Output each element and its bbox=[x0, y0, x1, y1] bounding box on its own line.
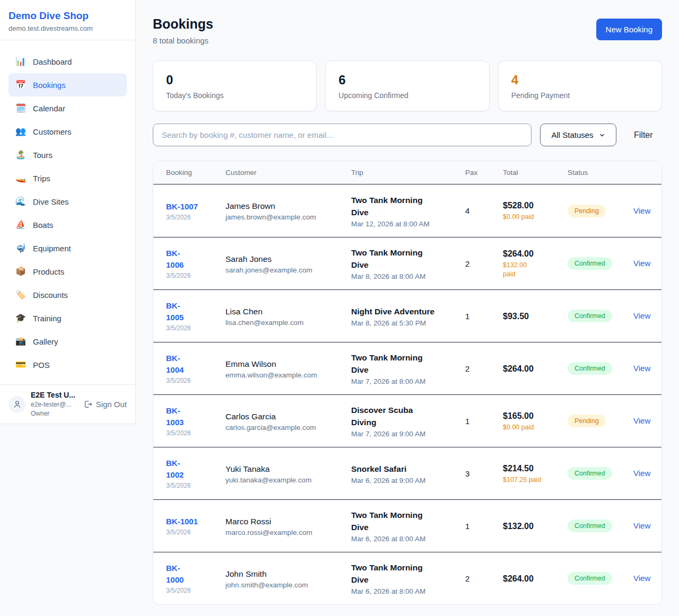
training-icon: 🎓 bbox=[15, 314, 27, 322]
customer-email: marco.rossi@example.com bbox=[225, 529, 344, 536]
action-cell: View bbox=[633, 469, 655, 478]
tours-icon: 🏝️ bbox=[15, 151, 27, 159]
dashboard-icon: 📊 bbox=[15, 57, 27, 66]
view-link[interactable]: View bbox=[633, 521, 650, 530]
trip-cell: Night Dive Adventure Mar 8, 2026 at 5:30… bbox=[351, 305, 465, 327]
customer-cell: Sarah Jones sarah.jones@example.com bbox=[225, 253, 351, 274]
calendar-icon: 🗓️ bbox=[15, 104, 27, 112]
sidebar-item-discounts[interactable]: 🏷️Discounts bbox=[8, 283, 127, 306]
trip-cell: Two Tank Morning Dive Mar 7, 2026 at 8:0… bbox=[351, 351, 465, 385]
total-cell: $264.00 bbox=[503, 573, 568, 584]
sidebar-item-tours[interactable]: 🏝️Tours bbox=[8, 143, 127, 166]
status-badge: Confirmed bbox=[568, 310, 612, 322]
booking-id-link[interactable]: BK-1007 bbox=[166, 201, 198, 213]
sidebar-item-dive-sites[interactable]: 🌊Dive Sites bbox=[8, 190, 127, 213]
avatar bbox=[8, 396, 25, 413]
sidebar-item-boats[interactable]: ⛵Boats bbox=[8, 213, 127, 236]
sidebar-item-products[interactable]: 📦Products bbox=[8, 260, 127, 283]
customers-icon: 👥 bbox=[15, 127, 27, 136]
booking-id-link[interactable]: BK- 1006 bbox=[166, 248, 184, 271]
booking-cell: BK-1007 3/5/2026 bbox=[166, 201, 225, 221]
customer-email: yuki.tanaka@example.com bbox=[225, 476, 344, 484]
brand-header: Demo Dive Shop demo.test.divestreams.com bbox=[0, 0, 135, 40]
status-badge: Confirmed bbox=[568, 572, 612, 585]
booking-id-link[interactable]: BK- 1002 bbox=[166, 457, 184, 481]
pos-icon: 💳 bbox=[15, 360, 27, 369]
stat-label: Upcoming Confirmed bbox=[338, 91, 476, 100]
total-amount: $264.00 bbox=[503, 363, 560, 374]
sidebar-item-trips[interactable]: 🚤Trips bbox=[8, 166, 127, 190]
customer-email: emma.wilson@example.com bbox=[225, 371, 344, 379]
view-link[interactable]: View bbox=[633, 311, 650, 320]
boats-icon: ⛵ bbox=[15, 221, 27, 229]
sidebar-item-dashboard[interactable]: 📊Dashboard bbox=[8, 50, 127, 73]
sign-out-button[interactable]: Sign Out bbox=[83, 400, 127, 409]
action-cell: View bbox=[633, 206, 655, 216]
table-row: BK- 1003 3/5/2026 Carlos Garcia carlos.g… bbox=[153, 394, 661, 447]
pax-count: 1 bbox=[465, 312, 503, 321]
sidebar-item-gallery[interactable]: 📸Gallery bbox=[8, 330, 127, 353]
trip-name: Two Tank Morning Dive bbox=[351, 247, 458, 271]
search-input[interactable] bbox=[153, 124, 532, 146]
filter-row: All Statuses Filter bbox=[153, 124, 662, 146]
customer-cell: Marco Rossi marco.rossi@example.com bbox=[225, 516, 351, 536]
total-amount: $214.50 bbox=[503, 463, 560, 474]
view-link[interactable]: View bbox=[633, 574, 650, 583]
booking-cell: BK- 1004 3/5/2026 bbox=[166, 353, 225, 384]
stat-label: Today's Bookings bbox=[166, 91, 303, 100]
sidebar-item-label: Training bbox=[33, 314, 62, 323]
equipment-icon: 🤿 bbox=[15, 244, 27, 252]
status-cell: Pending bbox=[568, 205, 633, 217]
sidebar-item-training[interactable]: 🎓Training bbox=[8, 306, 127, 330]
bookings-table: BookingCustomerTripPaxTotalStatus BK-100… bbox=[153, 161, 662, 605]
sidebar-item-customers[interactable]: 👥Customers bbox=[8, 120, 127, 143]
sidebar-item-label: Calendar bbox=[33, 104, 65, 113]
sidebar-item-bookings[interactable]: 📅Bookings bbox=[8, 73, 127, 96]
sidebar-item-equipment[interactable]: 🤿Equipment bbox=[8, 236, 127, 260]
booking-cell: BK- 1005 3/5/2026 bbox=[166, 300, 225, 332]
new-booking-button[interactable]: New Booking bbox=[596, 19, 662, 40]
paid-amount: $0.00 paid bbox=[503, 423, 560, 432]
filter-button[interactable]: Filter bbox=[634, 130, 653, 140]
customer-email: john.smith@example.com bbox=[225, 581, 344, 589]
booking-id-link[interactable]: BK- 1003 bbox=[166, 405, 184, 428]
stat-card: 4Pending Payment bbox=[498, 60, 662, 111]
view-link[interactable]: View bbox=[633, 416, 650, 425]
sign-out-icon bbox=[83, 400, 92, 409]
booking-id-link[interactable]: BK-1001 bbox=[166, 516, 198, 527]
sidebar-nav: 📊Dashboard📅Bookings🗓️Calendar👥Customers🏝… bbox=[0, 40, 135, 376]
status-badge: Pending bbox=[568, 415, 606, 427]
view-link[interactable]: View bbox=[633, 364, 650, 373]
customer-email: lisa.chen@example.com bbox=[225, 319, 344, 327]
total-cell: $264.00 bbox=[503, 363, 568, 374]
booking-id-link[interactable]: BK- 1005 bbox=[166, 300, 184, 323]
total-amount: $528.00 bbox=[503, 200, 560, 211]
user-name: E2E Test U... bbox=[31, 390, 78, 400]
customer-cell: Yuki Tanaka yuki.tanaka@example.com bbox=[225, 463, 351, 484]
trip-datetime: Mar 6, 2026 at 8:00 AM bbox=[351, 587, 458, 595]
customer-name: Lisa Chen bbox=[225, 306, 344, 317]
status-badge: Confirmed bbox=[568, 520, 612, 532]
customer-name: Sarah Jones bbox=[225, 253, 344, 265]
discounts-icon: 🏷️ bbox=[15, 291, 27, 299]
sidebar-item-calendar[interactable]: 🗓️Calendar bbox=[8, 96, 127, 120]
booking-id-link[interactable]: BK- 1000 bbox=[166, 562, 184, 586]
booking-date: 3/5/2026 bbox=[166, 272, 218, 279]
sidebar-item-pos[interactable]: 💳POS bbox=[8, 353, 127, 376]
booking-cell: BK- 1002 3/5/2026 bbox=[166, 457, 225, 489]
view-link[interactable]: View bbox=[633, 206, 650, 215]
pax-count: 1 bbox=[465, 417, 503, 426]
bookings-count: 8 total bookings bbox=[153, 36, 213, 45]
view-link[interactable]: View bbox=[633, 259, 650, 268]
column-header-booking: Booking bbox=[166, 169, 225, 177]
view-link[interactable]: View bbox=[633, 469, 650, 478]
pax-count: 4 bbox=[465, 206, 503, 215]
status-cell: Pending bbox=[568, 415, 633, 427]
shop-name: Demo Dive Shop bbox=[8, 10, 127, 22]
booking-id-link[interactable]: BK- 1004 bbox=[166, 353, 184, 376]
trip-cell: Two Tank Morning Dive Mar 8, 2026 at 8:0… bbox=[351, 247, 465, 280]
trip-cell: Snorkel Safari Mar 6, 2026 at 9:00 AM bbox=[351, 463, 465, 485]
status-filter-select[interactable]: All Statuses bbox=[540, 124, 616, 146]
booking-date: 3/5/2026 bbox=[166, 587, 218, 594]
customer-name: Emma Wilson bbox=[225, 358, 344, 369]
